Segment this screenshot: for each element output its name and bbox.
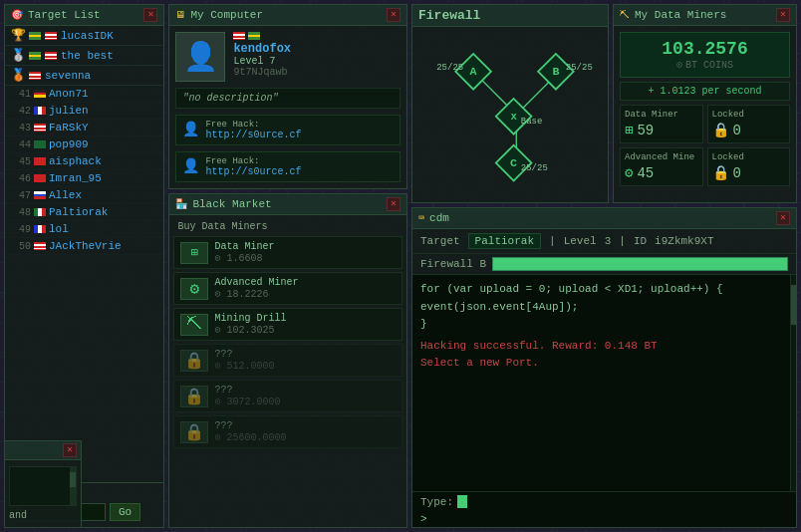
svg-text:25/25: 25/25 bbox=[521, 163, 548, 173]
locked-row-1: 🔒 0 bbox=[712, 122, 786, 138]
market-icon: 🏪 bbox=[175, 198, 187, 210]
bm-item-price-2: ⊙ 18.2226 bbox=[214, 288, 396, 300]
svg-text:Base: Base bbox=[521, 117, 543, 127]
target-num: 49 bbox=[9, 224, 31, 235]
list-item[interactable]: 50 JAckTheVrie bbox=[5, 238, 163, 255]
num-username-1[interactable]: Anon71 bbox=[49, 88, 89, 100]
data-miner-count: 59 bbox=[637, 123, 654, 138]
username-1[interactable]: lucasIDK bbox=[61, 30, 114, 42]
terminal-scrollbar[interactable] bbox=[790, 275, 796, 491]
num-username-9[interactable]: lol bbox=[49, 223, 69, 235]
message-link-2[interactable]: http://s0urce.cf bbox=[205, 166, 301, 177]
username-2[interactable]: the best bbox=[61, 50, 114, 62]
terminal-caret-row: > bbox=[412, 511, 796, 527]
svg-text:25/25: 25/25 bbox=[436, 63, 463, 73]
top-entry-2[interactable]: 🥈 the best bbox=[5, 46, 163, 66]
computer-icon: 🖥 bbox=[175, 9, 185, 21]
adv-mine-header: Advanced Mine bbox=[625, 152, 698, 162]
miners-panel: ⛏ My Data Miners ✕ 103.2576 ⊙ BT COINS +… bbox=[613, 4, 797, 203]
num-username-4[interactable]: pop909 bbox=[49, 138, 89, 150]
top-entry-3[interactable]: 🥉 sevenna bbox=[5, 66, 163, 86]
rank-icon-3: 🥉 bbox=[11, 68, 25, 83]
num-username-8[interactable]: Paltiorak bbox=[49, 206, 108, 218]
flag-us-4 bbox=[34, 124, 46, 132]
mini-panel-close[interactable]: ✕ bbox=[63, 443, 77, 457]
list-item[interactable]: 47 Allex bbox=[5, 187, 163, 204]
terminal-code-1: for (var upload = 0; upload < XD1; uploa… bbox=[420, 281, 782, 299]
data-miner-icon: ⊞ bbox=[625, 122, 633, 138]
list-item[interactable]: 48 Paltiorak bbox=[5, 204, 163, 221]
bm-item-2[interactable]: ⚙ Advanced Miner ⊙ 18.2226 bbox=[173, 272, 402, 305]
bm-item-price-6: ⊙ 25600.0000 bbox=[214, 431, 396, 443]
list-item[interactable]: 44 pop909 bbox=[5, 136, 163, 153]
num-username-2[interactable]: julien bbox=[49, 105, 89, 117]
num-username-3[interactable]: FaRSkY bbox=[49, 122, 89, 133]
firewall-progress-bar bbox=[492, 257, 788, 271]
list-item[interactable]: 42 julien bbox=[5, 103, 163, 120]
svg-text:C: C bbox=[510, 156, 517, 170]
cdm-close[interactable]: ✕ bbox=[776, 211, 790, 225]
cdm-id-label: ID bbox=[634, 235, 647, 247]
list-item[interactable]: 49 lol bbox=[5, 221, 163, 238]
flag-ru-1 bbox=[34, 191, 46, 199]
data-miner-row: ⊞ 59 bbox=[625, 122, 698, 138]
flag-fr-1 bbox=[34, 107, 46, 115]
bm-item-1[interactable]: ⊞ Data Miner ⊙ 1.6608 bbox=[173, 236, 402, 269]
top-entry-1[interactable]: 🏆 lucasIDK bbox=[5, 26, 163, 46]
locked-header-2: Locked bbox=[712, 152, 786, 162]
cdm-header: ⌨ cdm ✕ bbox=[412, 208, 796, 229]
miners-header: ⛏ My Data Miners ✕ bbox=[614, 5, 796, 26]
num-username-7[interactable]: Allex bbox=[49, 189, 82, 201]
locked-header-1: Locked bbox=[712, 110, 786, 120]
cdm-separator: | bbox=[549, 235, 556, 247]
cdm-panel: ⌨ cdm ✕ Target Paltiorak | Level 3 | ID … bbox=[411, 207, 797, 528]
list-item[interactable]: 45 aisphack bbox=[5, 153, 163, 170]
avatar-icon: 👤 bbox=[183, 40, 218, 74]
flag-br-2 bbox=[29, 52, 41, 60]
list-item[interactable]: 43 FaRSkY bbox=[5, 120, 163, 136]
miners-content: 103.2576 ⊙ BT COINS + 1.0123 per second … bbox=[614, 26, 796, 192]
firewall-panel: Firewall A bbox=[411, 4, 609, 203]
miners-close[interactable]: ✕ bbox=[776, 8, 790, 22]
terminal-code-3: } bbox=[420, 316, 782, 334]
flag-us-5 bbox=[34, 242, 46, 250]
black-market-title: Black Market bbox=[192, 198, 271, 210]
black-market-close[interactable]: ✕ bbox=[387, 197, 400, 211]
mini-scrollbar-area bbox=[9, 466, 77, 506]
terminal-body[interactable]: for (var upload = 0; upload < XD1; uploa… bbox=[412, 275, 790, 491]
svg-text:X: X bbox=[511, 112, 517, 123]
bm-item-6[interactable]: 🔒 ??? ⊙ 25600.0000 bbox=[173, 415, 402, 448]
bt-amount: 103.2576 bbox=[627, 39, 783, 59]
bm-item-5[interactable]: 🔒 ??? ⊙ 3072.0000 bbox=[173, 380, 402, 412]
bm-item-4[interactable]: 🔒 ??? ⊙ 512.0000 bbox=[173, 344, 402, 377]
firewall-diagram: A B X C 25/25 25/25 bbox=[420, 40, 600, 189]
bm-item-price-4: ⊙ 512.0000 bbox=[214, 360, 396, 372]
mini-panel-text: and bbox=[9, 510, 77, 521]
num-username-10[interactable]: JAckTheVrie bbox=[49, 240, 122, 252]
target-list-close[interactable]: ✕ bbox=[143, 8, 157, 22]
svg-text:25/25: 25/25 bbox=[566, 63, 593, 73]
go-button[interactable]: Go bbox=[110, 503, 140, 521]
bt-rate: + 1.0123 per second bbox=[620, 82, 790, 101]
locked-box-1: Locked 🔒 0 bbox=[707, 105, 791, 143]
target-num: 41 bbox=[9, 89, 31, 100]
num-username-6[interactable]: Imran_95 bbox=[49, 172, 102, 184]
num-username-5[interactable]: aisphack bbox=[49, 155, 102, 167]
my-computer-close[interactable]: ✕ bbox=[387, 8, 400, 22]
bm-item-info-6: ??? ⊙ 25600.0000 bbox=[214, 420, 396, 443]
bm-item-icon-6: 🔒 bbox=[180, 421, 208, 443]
top-right-row: Firewall A bbox=[411, 4, 797, 203]
message-link-1[interactable]: http://s0urce.cf bbox=[205, 130, 301, 140]
profile-flag-us bbox=[233, 32, 245, 40]
list-item[interactable]: 46 Imran_95 bbox=[5, 170, 163, 187]
list-item[interactable]: 41 Anon71 bbox=[5, 86, 163, 103]
bm-item-3[interactable]: ⛏ Mining Drill ⊙ 102.3025 bbox=[173, 308, 402, 341]
data-miner-header: Data Miner bbox=[625, 110, 698, 120]
username-3[interactable]: sevenna bbox=[45, 70, 91, 82]
profile-name: kendofox bbox=[233, 42, 400, 56]
svg-text:A: A bbox=[470, 65, 478, 79]
profile-id: 9t7NJqawb bbox=[233, 67, 400, 78]
black-market-panel: 🏪 Black Market ✕ Buy Data Miners ⊞ Data … bbox=[168, 193, 407, 528]
my-computer-title: My Computer bbox=[190, 9, 263, 21]
computer-profile: 👤 kendofox Level 7 9t7NJqawb bbox=[175, 32, 400, 82]
